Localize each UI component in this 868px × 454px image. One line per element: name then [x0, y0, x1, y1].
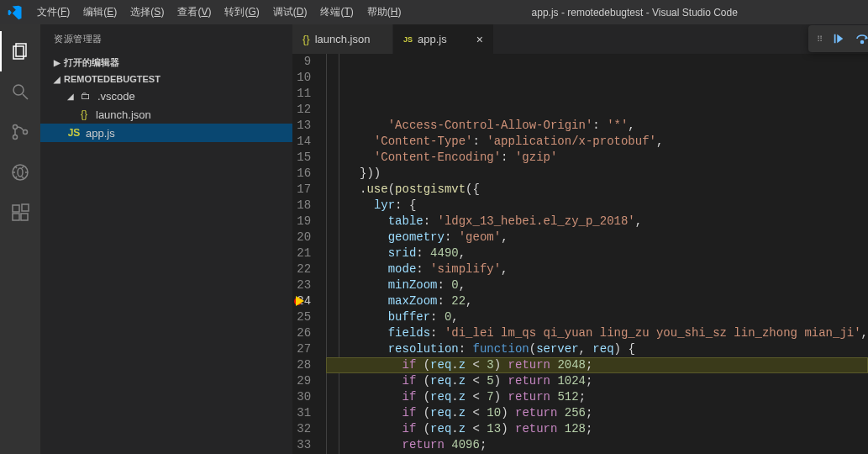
section-label: 打开的编辑器: [64, 56, 119, 69]
line-number[interactable]: 15: [292, 150, 311, 166]
json-icon: {}: [77, 108, 91, 120]
code-line[interactable]: })): [326, 166, 868, 182]
svg-point-4: [13, 125, 18, 129]
tab-app-js[interactable]: JSapp.js×: [393, 24, 494, 54]
line-number[interactable]: 17: [292, 182, 311, 198]
code-line[interactable]: 'Content-Type': 'application/x-protobuf'…: [326, 134, 868, 150]
extensions-icon[interactable]: [0, 193, 40, 233]
svg-point-5: [13, 135, 18, 140]
line-number[interactable]: 31: [292, 405, 311, 421]
line-number[interactable]: 20: [292, 230, 311, 245]
tree-file-launch-json[interactable]: {}launch.json: [40, 105, 292, 124]
code-line[interactable]: table: 'ldgx_13_hebei.el_zy_p_2018',: [326, 214, 868, 230]
code-line[interactable]: .use(postgismvt({: [326, 182, 868, 198]
js-icon: JS: [403, 35, 413, 44]
code-line[interactable]: return 4096;: [326, 437, 868, 453]
code-line[interactable]: geometry: 'geom',: [326, 230, 868, 245]
line-number[interactable]: 29: [292, 373, 311, 389]
line-number[interactable]: 22: [292, 261, 311, 277]
code-line[interactable]: 'Content-Encoding': 'gzip': [326, 150, 868, 166]
gutter[interactable]: 9101112131415161718192021222324252627282…: [292, 54, 326, 454]
tab-label: app.js: [418, 33, 447, 45]
line-number[interactable]: 14: [292, 134, 311, 150]
svg-rect-10: [13, 214, 19, 220]
line-number[interactable]: 11: [292, 86, 311, 102]
svg-rect-13: [834, 34, 836, 44]
code-line[interactable]: buffer: 0,: [326, 309, 868, 325]
editor[interactable]: 9101112131415161718192021222324252627282…: [292, 54, 868, 454]
menu-h[interactable]: 帮助(H): [360, 2, 408, 23]
line-number[interactable]: 23: [292, 277, 311, 293]
svg-point-8: [18, 168, 23, 177]
menu-e[interactable]: 编辑(E): [76, 2, 124, 23]
line-number[interactable]: 16: [292, 166, 311, 182]
code-line[interactable]: resolution: function(server, req) {: [326, 341, 868, 357]
drag-handle-icon[interactable]: ⠿: [813, 34, 826, 44]
vscode-logo-icon: [7, 4, 24, 21]
source-control-icon[interactable]: [0, 112, 40, 152]
chevron-down-icon: ◢: [54, 75, 60, 84]
line-number[interactable]: 10: [292, 70, 311, 86]
tab-label: launch.json: [315, 33, 371, 45]
open-editors-section[interactable]: ▶打开的编辑器: [40, 54, 292, 71]
code-line[interactable]: if (req.z < 10) return 256;: [326, 405, 868, 421]
tabbar: {}launch.json×JSapp.js×: [292, 24, 868, 54]
menu-t[interactable]: 终端(T): [313, 2, 360, 23]
menu-v[interactable]: 查看(V): [171, 2, 218, 23]
code-line[interactable]: maxZoom: 22,: [326, 293, 868, 309]
svg-point-14: [861, 41, 864, 44]
line-number[interactable]: 18: [292, 198, 311, 214]
code-line[interactable]: if (req.z < 7) return 512;: [326, 389, 868, 405]
line-number[interactable]: 26: [292, 325, 311, 341]
tab-launch-json[interactable]: {}launch.json×: [292, 24, 393, 54]
code-line[interactable]: mode: 'simplify',: [326, 261, 868, 277]
search-icon[interactable]: [0, 71, 40, 112]
menu-g[interactable]: 转到(G): [218, 2, 266, 23]
debug-icon[interactable]: [0, 152, 40, 193]
line-number[interactable]: 13: [292, 118, 311, 134]
menu-f[interactable]: 文件(F): [30, 2, 76, 23]
svg-rect-12: [22, 204, 29, 211]
close-icon[interactable]: ×: [476, 34, 483, 45]
line-number[interactable]: 25: [292, 309, 311, 325]
sidebar: 资源管理器 ▶打开的编辑器 ◢REMOTEDEBUGTEST ◢🗀.vscode…: [40, 24, 292, 454]
line-number[interactable]: 28: [292, 357, 311, 373]
execution-pointer-icon: [296, 296, 304, 306]
explorer-icon[interactable]: [0, 31, 40, 71]
svg-rect-9: [13, 205, 19, 212]
code-line[interactable]: minZoom: 0,: [326, 277, 868, 293]
workspace-section[interactable]: ◢REMOTEDEBUGTEST: [40, 71, 292, 87]
line-number[interactable]: 30: [292, 389, 311, 405]
js-icon: JS: [67, 127, 81, 139]
chevron-down-icon: ◢: [67, 92, 76, 101]
line-number[interactable]: 24: [292, 293, 311, 309]
code-line[interactable]: if (req.z < 13) return 128;: [326, 421, 868, 437]
chevron-right-icon: ▶: [54, 58, 60, 67]
code-line[interactable]: fields: 'di_lei lm_qs qi_yuan ling_zu yo…: [326, 325, 868, 341]
line-number[interactable]: 12: [292, 102, 311, 118]
svg-rect-11: [21, 214, 28, 220]
step-over-button[interactable]: [851, 28, 868, 50]
line-number[interactable]: 21: [292, 245, 311, 261]
tree-folder-vscode[interactable]: ◢🗀.vscode: [40, 87, 292, 105]
code-line[interactable]: srid: 4490,: [326, 245, 868, 261]
continue-button[interactable]: [828, 28, 850, 50]
tree-file-app-js[interactable]: JSapp.js: [40, 124, 292, 142]
sidebar-title: 资源管理器: [40, 24, 292, 54]
line-number[interactable]: 9: [292, 54, 311, 70]
line-number[interactable]: 32: [292, 421, 311, 437]
svg-point-2: [13, 85, 24, 95]
code-line[interactable]: lyr: {: [326, 198, 868, 214]
debug-toolbar: ⠿ ■: [808, 25, 868, 52]
code-line[interactable]: 'Access-Control-Allow-Origin': '*',: [326, 118, 868, 134]
activitybar: [0, 24, 40, 454]
json-icon: {}: [302, 33, 310, 45]
code-content[interactable]: 'Access-Control-Allow-Origin': '*', 'Con…: [326, 54, 868, 454]
code-line[interactable]: if (req.z < 5) return 1024;: [326, 373, 868, 389]
line-number[interactable]: 19: [292, 214, 311, 230]
code-line[interactable]: if (req.z < 3) return 2048;: [326, 357, 868, 373]
line-number[interactable]: 27: [292, 341, 311, 357]
menu-d[interactable]: 调试(D): [266, 2, 314, 23]
menu-s[interactable]: 选择(S): [124, 2, 171, 23]
line-number[interactable]: 33: [292, 437, 311, 453]
